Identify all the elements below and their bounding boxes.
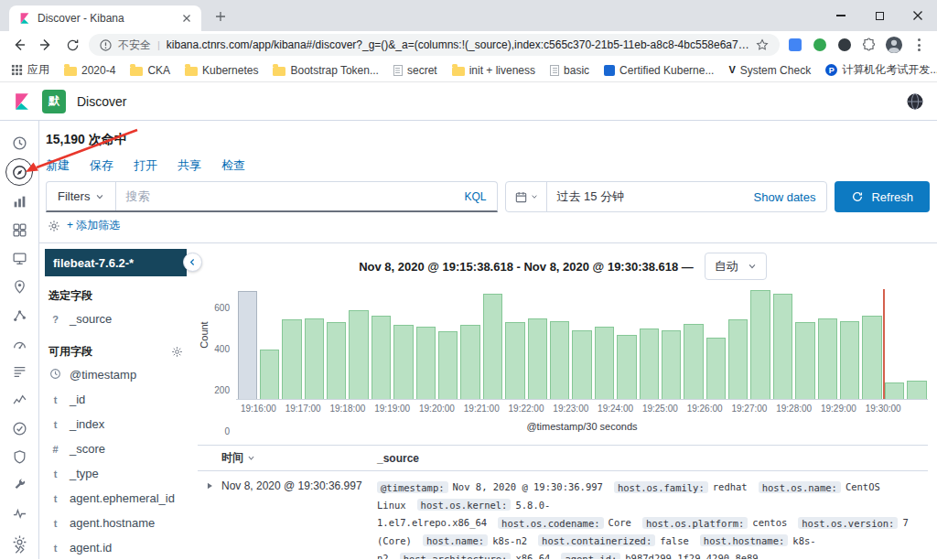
nav-recently-viewed-icon[interactable]	[6, 130, 32, 156]
histogram-bar[interactable]	[640, 328, 659, 399]
bookmark-item[interactable]: Bootstrap Token...	[273, 64, 379, 77]
nav-dev-tools-icon[interactable]	[6, 472, 32, 498]
histogram-bar[interactable]	[528, 318, 547, 399]
space-badge[interactable]: 默	[42, 90, 66, 113]
search-input[interactable]	[116, 189, 453, 203]
histogram-bar[interactable]	[750, 290, 770, 399]
histogram-bar[interactable]	[550, 321, 569, 399]
bookmark-item[interactable]: 应用	[11, 62, 49, 78]
histogram-bar[interactable]	[706, 338, 726, 399]
bookmark-item[interactable]: Kubernetes	[185, 64, 258, 77]
histogram-bar[interactable]	[327, 322, 346, 399]
nav-machine-learning-icon[interactable]	[6, 302, 32, 328]
extension-icon-green[interactable]	[811, 36, 829, 54]
menu-link-检查[interactable]: 检查	[221, 157, 245, 174]
histogram-bar[interactable]	[684, 324, 703, 399]
browser-tab[interactable]: Discover - Kibana	[9, 5, 201, 31]
histogram-bar[interactable]	[907, 381, 926, 399]
menu-link-打开[interactable]: 打开	[134, 157, 157, 174]
filter-settings-gear-icon[interactable]	[48, 220, 60, 232]
nav-logs-icon[interactable]	[6, 359, 32, 384]
time-column-header[interactable]: 时间	[221, 450, 377, 466]
profile-avatar[interactable]	[885, 36, 903, 54]
help-icon[interactable]	[906, 92, 924, 111]
field-item-agent.ephemeral_id[interactable]: tagent.ephemeral_id	[45, 486, 187, 511]
chrome-menu-icon[interactable]	[910, 36, 928, 54]
field-item-agent.id[interactable]: tagent.id	[45, 535, 187, 559]
histogram-bar[interactable]	[460, 325, 479, 399]
nav-apm-icon[interactable]	[6, 387, 32, 413]
extension-icon-dark[interactable]	[835, 36, 854, 54]
histogram-bar[interactable]	[617, 335, 636, 399]
nav-discover-icon[interactable]	[5, 158, 33, 186]
collapse-sidebar-button[interactable]	[183, 253, 202, 272]
add-filter-link[interactable]: + 添加筛选	[67, 218, 120, 233]
bookmark-item[interactable]: basic	[550, 64, 589, 77]
field-item-_score[interactable]: #_score	[45, 436, 187, 461]
url-bar[interactable]: 不安全 | kibana.ctnrs.com/app/kibana#/disco…	[89, 34, 780, 56]
histogram-bar[interactable]	[483, 294, 502, 399]
kql-toggle[interactable]: KQL	[453, 190, 497, 203]
histogram-bar[interactable]	[505, 322, 524, 399]
histogram-bar[interactable]	[572, 330, 591, 399]
extension-icon-blue[interactable]	[786, 36, 804, 54]
field-item-@timestamp[interactable]: @timestamp	[45, 362, 187, 387]
time-range-label[interactable]: 过去 15 分钟	[547, 188, 633, 205]
extensions-puzzle-icon[interactable]	[860, 36, 878, 54]
reload-icon[interactable]	[62, 35, 82, 55]
window-maximize-button[interactable]	[860, 0, 899, 31]
sort-caret-icon[interactable]	[247, 454, 255, 462]
bookmark-item[interactable]: Certified Kuberne...	[604, 64, 714, 77]
menu-link-新建[interactable]: 新建	[46, 157, 70, 174]
histogram-bar[interactable]	[438, 331, 458, 399]
bookmark-item[interactable]: CKA	[130, 64, 170, 77]
field-item-_type[interactable]: t_type	[45, 461, 187, 486]
kibana-logo[interactable]	[13, 92, 31, 111]
bookmark-item[interactable]: VSystem Check	[728, 64, 811, 77]
nav-metrics-icon[interactable]	[6, 330, 32, 356]
bookmark-item[interactable]: 2020-4	[64, 64, 115, 77]
field-item-_source[interactable]: ?_source	[45, 307, 187, 331]
histogram-bar[interactable]	[862, 316, 881, 399]
nav-collapse-icon[interactable]	[0, 543, 38, 556]
bookmark-item[interactable]: P计算机化考试开发...	[825, 62, 937, 78]
nav-uptime-icon[interactable]	[6, 415, 32, 441]
histogram-bar[interactable]	[349, 310, 368, 399]
nav-stack-monitoring-icon[interactable]	[6, 501, 32, 526]
histogram-bar[interactable]	[840, 321, 859, 399]
menu-link-保存[interactable]: 保存	[90, 157, 113, 174]
field-item-agent.hostname[interactable]: tagent.hostname	[45, 511, 187, 535]
filters-button[interactable]: Filters	[47, 182, 116, 210]
forward-icon[interactable]	[36, 35, 56, 55]
bookmark-item[interactable]: secret	[393, 64, 437, 77]
nav-siem-icon[interactable]	[6, 444, 32, 469]
field-item-_id[interactable]: t_id	[45, 387, 187, 412]
interval-select[interactable]: 自动	[705, 253, 767, 280]
histogram-bar[interactable]	[416, 327, 436, 399]
histogram-bar[interactable]	[795, 322, 814, 399]
menu-link-共享[interactable]: 共享	[178, 157, 201, 174]
histogram-bar[interactable]	[393, 325, 413, 399]
nav-maps-icon[interactable]	[6, 274, 32, 299]
histogram-bar[interactable]	[818, 318, 837, 399]
histogram-bar[interactable]	[885, 382, 904, 399]
index-pattern-selector[interactable]: filebeat-7.6.2-*	[45, 249, 187, 276]
window-minimize-button[interactable]	[822, 0, 860, 31]
bookmark-star-icon[interactable]	[756, 38, 769, 51]
histogram-bar[interactable]	[662, 330, 681, 399]
histogram-bar[interactable]	[595, 327, 614, 399]
nav-dashboard-icon[interactable]	[6, 217, 32, 242]
field-item-_index[interactable]: t_index	[45, 412, 187, 436]
histogram-bar[interactable]	[372, 316, 391, 399]
histogram-bar[interactable]	[305, 318, 324, 399]
histogram-bar[interactable]	[282, 319, 301, 399]
tab-close-icon[interactable]	[181, 13, 192, 24]
calendar-icon[interactable]	[506, 182, 547, 211]
back-icon[interactable]	[9, 35, 29, 55]
histogram-bar[interactable]	[238, 291, 257, 400]
histogram-bar[interactable]	[260, 350, 279, 399]
window-close-button[interactable]	[899, 0, 937, 31]
refresh-button[interactable]: Refresh	[835, 181, 930, 212]
new-tab-button[interactable]	[209, 5, 232, 28]
expand-row-icon[interactable]	[198, 479, 221, 559]
